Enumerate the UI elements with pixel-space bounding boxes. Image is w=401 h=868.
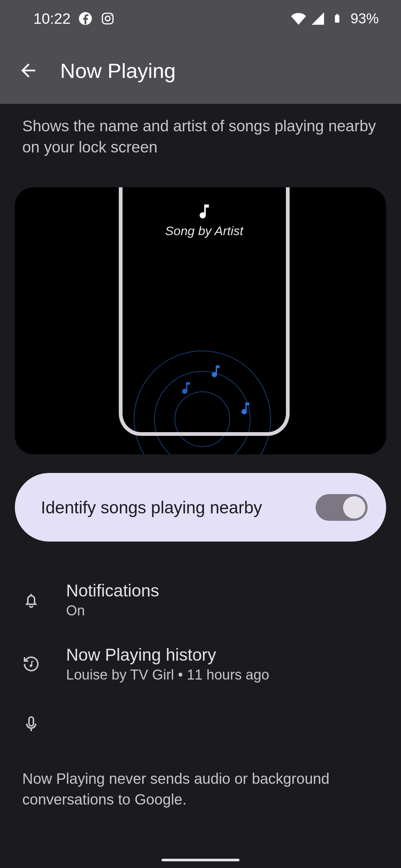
wifi-icon: [291, 11, 306, 26]
microphone-icon: [22, 715, 40, 733]
svg-rect-6: [29, 717, 33, 726]
status-time: 10:22: [33, 10, 71, 27]
svg-point-2: [105, 16, 110, 21]
nav-handle[interactable]: [162, 859, 239, 861]
toggle-switch[interactable]: [316, 494, 368, 521]
instagram-icon: [100, 11, 115, 26]
identify-songs-toggle-row[interactable]: Identify songs playing nearby: [15, 473, 386, 542]
bell-icon: [22, 591, 40, 609]
svg-rect-1: [102, 13, 113, 24]
phone-inner: Song by Artist: [123, 202, 286, 238]
back-button[interactable]: [15, 57, 42, 84]
battery-percentage: 93%: [351, 11, 379, 27]
mic-row[interactable]: [0, 696, 401, 752]
music-note-icon: [178, 380, 194, 396]
status-right: 93%: [291, 11, 379, 27]
status-bar: 10:22 93%: [0, 0, 401, 37]
app-bar: Now Playing: [0, 37, 401, 104]
facebook-icon: [78, 11, 93, 26]
arrow-back-icon: [18, 60, 39, 81]
svg-rect-4: [335, 15, 339, 23]
list-subtitle: Louise by TV Girl • 11 hours ago: [66, 667, 269, 683]
content: Shows the name and artist of songs playi…: [0, 104, 401, 817]
music-note-icon: [195, 202, 213, 221]
toggle-label: Identify songs playing nearby: [41, 497, 262, 517]
music-note-icon: [208, 364, 224, 379]
page-description: Shows the name and artist of songs playi…: [0, 104, 401, 165]
list-title: Now Playing history: [66, 645, 269, 665]
footer-note: Now Playing never sends audio or backgro…: [0, 752, 401, 817]
battery-icon: [330, 11, 345, 26]
illustration-card: Song by Artist: [15, 187, 386, 454]
svg-rect-5: [336, 14, 338, 16]
svg-point-3: [110, 15, 111, 16]
phone-outline: Song by Artist: [119, 187, 290, 436]
signal-icon: [310, 11, 325, 26]
page-title: Now Playing: [60, 59, 176, 83]
history-music-icon: [22, 655, 40, 673]
list-title: Notifications: [66, 581, 159, 601]
now-playing-history-row[interactable]: Now Playing history Louise by TV Girl • …: [0, 632, 401, 696]
illustration-song-label: Song by Artist: [165, 224, 243, 238]
toggle-thumb: [343, 496, 365, 519]
status-left: 10:22: [33, 10, 115, 27]
notifications-row[interactable]: Notifications On: [0, 568, 401, 632]
list-body: Notifications On: [66, 581, 159, 619]
list-body: Now Playing history Louise by TV Girl • …: [66, 645, 269, 683]
list-subtitle: On: [66, 603, 159, 619]
music-note-icon: [238, 401, 253, 416]
